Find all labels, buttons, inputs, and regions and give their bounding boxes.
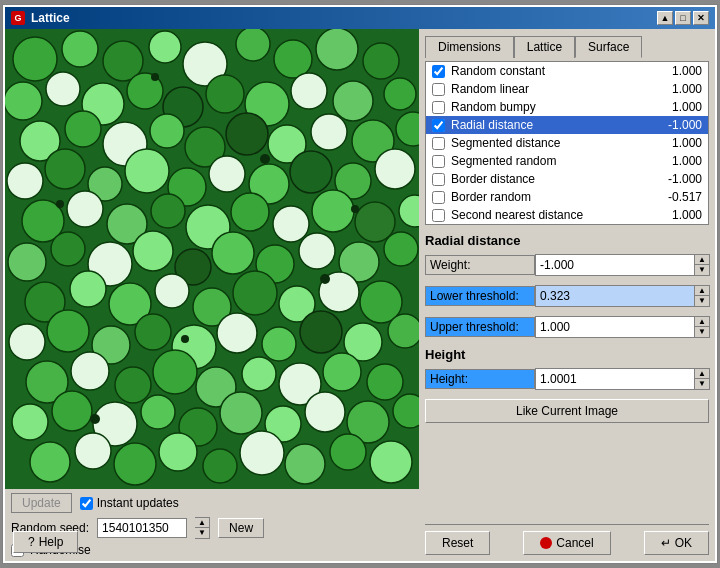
svg-point-84 xyxy=(242,357,276,391)
checkbox-segmented-random[interactable] xyxy=(432,155,445,168)
svg-point-39 xyxy=(375,149,415,189)
checkbox-second-nearest[interactable] xyxy=(432,209,445,222)
svg-point-105 xyxy=(330,434,366,470)
weight-spin-up[interactable]: ▲ xyxy=(695,255,709,265)
svg-point-61 xyxy=(70,271,106,307)
checkbox-random-constant[interactable] xyxy=(432,65,445,78)
checkbox-border-random[interactable] xyxy=(432,191,445,204)
height-spin-down[interactable]: ▼ xyxy=(695,379,709,389)
svg-point-82 xyxy=(153,350,197,394)
surface-item-border-distance[interactable]: Border distance -1.000 xyxy=(426,170,708,188)
update-button[interactable]: Update xyxy=(11,493,72,513)
svg-point-101 xyxy=(159,433,197,471)
lower-input[interactable] xyxy=(535,285,695,307)
new-button[interactable]: New xyxy=(218,518,264,538)
svg-point-78 xyxy=(388,314,419,348)
checkbox-border-distance[interactable] xyxy=(432,173,445,186)
weight-row: Weight: ▲ ▼ xyxy=(425,254,709,276)
upper-input[interactable] xyxy=(535,316,695,338)
svg-point-98 xyxy=(30,442,70,482)
detail-title: Radial distance xyxy=(425,233,709,248)
weight-input[interactable] xyxy=(535,254,695,276)
svg-point-30 xyxy=(7,163,43,199)
checkbox-random-bumpy[interactable] xyxy=(432,101,445,114)
tab-surface[interactable]: Surface xyxy=(575,36,642,58)
svg-point-109 xyxy=(56,200,64,208)
reset-button[interactable]: Reset xyxy=(425,531,490,555)
surface-item-second-nearest[interactable]: Second nearest distance 1.000 xyxy=(426,206,708,224)
maximize-button[interactable]: □ xyxy=(675,11,691,25)
lower-spin-down[interactable]: ▼ xyxy=(695,296,709,306)
svg-point-63 xyxy=(155,274,189,308)
svg-point-41 xyxy=(67,191,103,227)
svg-point-59 xyxy=(384,232,418,266)
right-section: Dimensions Lattice Surface Random consta… xyxy=(419,29,715,561)
help-button[interactable]: ? Help xyxy=(13,531,78,553)
svg-point-89 xyxy=(52,391,92,431)
main-window: G Lattice ▲ □ ✕ xyxy=(3,5,717,563)
upper-spin-up[interactable]: ▲ xyxy=(695,317,709,327)
cancel-button[interactable]: Cancel xyxy=(523,531,610,555)
title-bar: G Lattice ▲ □ ✕ xyxy=(5,7,715,29)
height-title: Height xyxy=(425,347,709,362)
surface-item-random-constant[interactable]: Random constant 1.000 xyxy=(426,62,708,80)
close-button[interactable]: ✕ xyxy=(693,11,709,25)
height-spin-up[interactable]: ▲ xyxy=(695,369,709,379)
svg-point-51 xyxy=(51,232,85,266)
svg-point-31 xyxy=(45,149,85,189)
seed-input[interactable] xyxy=(97,518,187,538)
like-current-image-button[interactable]: Like Current Image xyxy=(425,399,709,423)
svg-point-88 xyxy=(12,404,48,440)
checkbox-segmented-distance[interactable] xyxy=(432,137,445,150)
detail-controls: Radial distance Weight: ▲ ▼ Lower thresh… xyxy=(425,233,709,524)
surface-item-border-random[interactable]: Border random -0.517 xyxy=(426,188,708,206)
surface-item-segmented-random[interactable]: Segmented random 1.000 xyxy=(426,152,708,170)
cancel-icon xyxy=(540,537,552,549)
checkbox-list: Random constant 1.000 Random linear 1.00… xyxy=(426,62,708,224)
seed-spin-up[interactable]: ▲ xyxy=(195,518,209,528)
svg-point-7 xyxy=(274,40,312,78)
svg-point-100 xyxy=(114,443,156,485)
tab-dimensions[interactable]: Dimensions xyxy=(425,36,514,58)
upper-spin-down[interactable]: ▼ xyxy=(695,327,709,337)
surface-item-random-linear[interactable]: Random linear 1.000 xyxy=(426,80,708,98)
minimize-button[interactable]: ▲ xyxy=(657,11,673,25)
surface-item-radial-distance[interactable]: Radial distance -1.000 xyxy=(426,116,708,134)
checkbox-random-linear[interactable] xyxy=(432,83,445,96)
weight-spin-down[interactable]: ▼ xyxy=(695,265,709,275)
surface-item-random-bumpy[interactable]: Random bumpy 1.000 xyxy=(426,98,708,116)
svg-point-103 xyxy=(240,431,284,475)
lower-spin-up[interactable]: ▲ xyxy=(695,286,709,296)
svg-point-97 xyxy=(393,394,419,428)
svg-point-6 xyxy=(236,29,270,61)
window-title: Lattice xyxy=(31,11,70,25)
tab-lattice[interactable]: Lattice xyxy=(514,36,575,58)
surface-item-segmented-distance[interactable]: Segmented distance 1.000 xyxy=(426,134,708,152)
svg-point-18 xyxy=(333,81,373,121)
height-input[interactable] xyxy=(535,368,695,390)
surface-list: Random constant 1.000 Random linear 1.00… xyxy=(425,61,709,225)
svg-point-74 xyxy=(217,313,257,353)
svg-point-2 xyxy=(62,31,98,67)
instant-updates-label: Instant updates xyxy=(97,496,179,510)
svg-point-53 xyxy=(133,231,173,271)
svg-point-102 xyxy=(203,449,237,483)
seed-spin-down[interactable]: ▼ xyxy=(195,528,209,538)
left-section: Update Instant updates Random seed: ▲ ▼ … xyxy=(5,29,419,561)
weight-label: Weight: xyxy=(425,255,535,275)
svg-point-15 xyxy=(206,75,244,113)
svg-point-110 xyxy=(320,274,330,284)
instant-updates-checkbox[interactable] xyxy=(80,497,93,510)
svg-point-95 xyxy=(305,392,345,432)
svg-point-55 xyxy=(212,232,254,274)
checkbox-radial-distance[interactable] xyxy=(432,119,445,132)
ok-button[interactable]: ↵ OK xyxy=(644,531,709,555)
height-label: Height: xyxy=(425,369,535,389)
svg-point-65 xyxy=(233,271,277,315)
upper-threshold-row: Upper threshold: ▲ ▼ xyxy=(425,316,709,338)
svg-point-4 xyxy=(149,31,181,63)
svg-point-35 xyxy=(209,156,245,192)
svg-point-86 xyxy=(323,353,361,391)
tab-bar: Dimensions Lattice Surface xyxy=(425,35,709,57)
svg-point-57 xyxy=(299,233,335,269)
